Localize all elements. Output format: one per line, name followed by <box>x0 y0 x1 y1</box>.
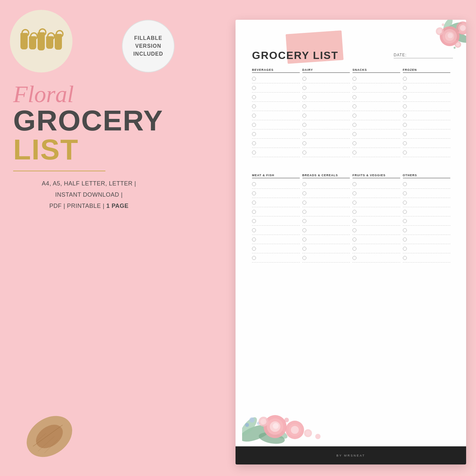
list-circle-checkbox[interactable] <box>403 219 407 223</box>
list-circle-checkbox[interactable] <box>352 77 356 81</box>
section-fruits-veggies: FRUITS & VEGGIES <box>352 174 403 263</box>
list-circle-checkbox[interactable] <box>252 132 256 136</box>
list-circle-checkbox[interactable] <box>252 191 256 195</box>
list-item-row <box>352 208 400 216</box>
list-circle-checkbox[interactable] <box>352 104 356 108</box>
list-circle-checkbox[interactable] <box>302 77 306 81</box>
list-item-line <box>409 193 451 193</box>
list-circle-checkbox[interactable] <box>252 238 256 241</box>
list-circle-checkbox[interactable] <box>252 123 256 127</box>
list-circle-checkbox[interactable] <box>302 219 306 223</box>
list-item-row <box>352 189 400 198</box>
list-circle-checkbox[interactable] <box>302 104 306 108</box>
list-circle-checkbox[interactable] <box>252 104 256 108</box>
list-circle-checkbox[interactable] <box>302 247 306 251</box>
list-circle-checkbox[interactable] <box>403 114 407 118</box>
list-circle-checkbox[interactable] <box>302 114 306 118</box>
list-circle-checkbox[interactable] <box>252 77 256 81</box>
list-circle-checkbox[interactable] <box>403 104 407 108</box>
list-item-line <box>409 202 451 203</box>
list-circle-checkbox[interactable] <box>252 219 256 223</box>
list-circle-checkbox[interactable] <box>302 238 306 241</box>
list-circle-checkbox[interactable] <box>352 210 356 214</box>
list-circle-checkbox[interactable] <box>403 151 407 154</box>
list-circle-checkbox[interactable] <box>352 86 356 90</box>
list-circle-checkbox[interactable] <box>302 210 306 214</box>
clip-1 <box>20 33 28 49</box>
list-circle-checkbox[interactable] <box>252 151 256 154</box>
clip-3 <box>38 32 45 50</box>
list-circle-checkbox[interactable] <box>403 191 407 195</box>
list-circle-checkbox[interactable] <box>252 182 256 186</box>
list-circle-checkbox[interactable] <box>302 228 306 232</box>
list-circle-checkbox[interactable] <box>403 238 407 241</box>
list-circle-checkbox[interactable] <box>302 86 306 90</box>
list-item-line <box>358 221 400 221</box>
list-circle-checkbox[interactable] <box>403 141 407 145</box>
list-circle-checkbox[interactable] <box>403 247 407 251</box>
list-circle-checkbox[interactable] <box>352 151 356 154</box>
list-circle-checkbox[interactable] <box>302 191 306 195</box>
list-circle-checkbox[interactable] <box>352 191 356 195</box>
list-circle-checkbox[interactable] <box>352 238 356 241</box>
list-circle-checkbox[interactable] <box>352 123 356 127</box>
list-item-row <box>403 75 451 83</box>
list-item-row <box>403 254 451 263</box>
list-circle-checkbox[interactable] <box>302 256 306 260</box>
svg-point-40 <box>284 418 289 422</box>
list-item-line <box>258 78 300 79</box>
list-circle-checkbox[interactable] <box>352 141 356 145</box>
list-item-line <box>409 239 451 239</box>
list-circle-checkbox[interactable] <box>302 123 306 127</box>
document-header: GROCERY LIST DATE: <box>252 49 453 62</box>
list-circle-checkbox[interactable] <box>403 123 407 127</box>
list-circle-checkbox[interactable] <box>252 141 256 145</box>
list-circle-checkbox[interactable] <box>403 256 407 260</box>
list-circle-checkbox[interactable] <box>352 247 356 251</box>
list-circle-checkbox[interactable] <box>252 256 256 260</box>
list-circle-checkbox[interactable] <box>403 132 407 136</box>
list-title: LIST <box>13 135 165 164</box>
list-circle-checkbox[interactable] <box>302 95 306 99</box>
list-item-row <box>302 208 350 216</box>
list-circle-checkbox[interactable] <box>252 95 256 99</box>
list-item-row <box>352 199 400 207</box>
list-circle-checkbox[interactable] <box>302 151 306 154</box>
list-circle-checkbox[interactable] <box>302 132 306 136</box>
list-item-line <box>409 230 451 230</box>
list-circle-checkbox[interactable] <box>352 228 356 232</box>
list-item-line <box>409 143 451 143</box>
list-circle-checkbox[interactable] <box>252 247 256 251</box>
list-circle-checkbox[interactable] <box>252 86 256 90</box>
list-circle-checkbox[interactable] <box>403 77 407 81</box>
list-circle-checkbox[interactable] <box>302 201 306 205</box>
list-circle-checkbox[interactable] <box>352 132 356 136</box>
list-circle-checkbox[interactable] <box>352 182 356 186</box>
list-circle-checkbox[interactable] <box>302 182 306 186</box>
list-circle-checkbox[interactable] <box>252 228 256 232</box>
list-item-row <box>302 180 350 189</box>
list-item-line <box>308 115 350 116</box>
list-item-line <box>308 184 350 184</box>
list-circle-checkbox[interactable] <box>352 201 356 205</box>
list-circle-checkbox[interactable] <box>252 210 256 214</box>
list-circle-checkbox[interactable] <box>302 141 306 145</box>
list-item-row <box>302 139 350 148</box>
list-circle-checkbox[interactable] <box>403 86 407 90</box>
list-circle-checkbox[interactable] <box>403 201 407 205</box>
list-circle-checkbox[interactable] <box>403 228 407 232</box>
list-item-line <box>308 258 350 258</box>
list-circle-checkbox[interactable] <box>252 201 256 205</box>
list-item-line <box>258 134 300 134</box>
list-circle-checkbox[interactable] <box>352 219 356 223</box>
list-item-row <box>403 149 451 157</box>
list-circle-checkbox[interactable] <box>252 114 256 118</box>
list-item-row <box>302 121 350 129</box>
list-circle-checkbox[interactable] <box>352 114 356 118</box>
list-circle-checkbox[interactable] <box>352 256 356 260</box>
list-circle-checkbox[interactable] <box>403 95 407 99</box>
section-header-snacks: SNACKS <box>352 68 400 73</box>
list-circle-checkbox[interactable] <box>403 182 407 186</box>
list-circle-checkbox[interactable] <box>403 210 407 214</box>
list-circle-checkbox[interactable] <box>352 95 356 99</box>
